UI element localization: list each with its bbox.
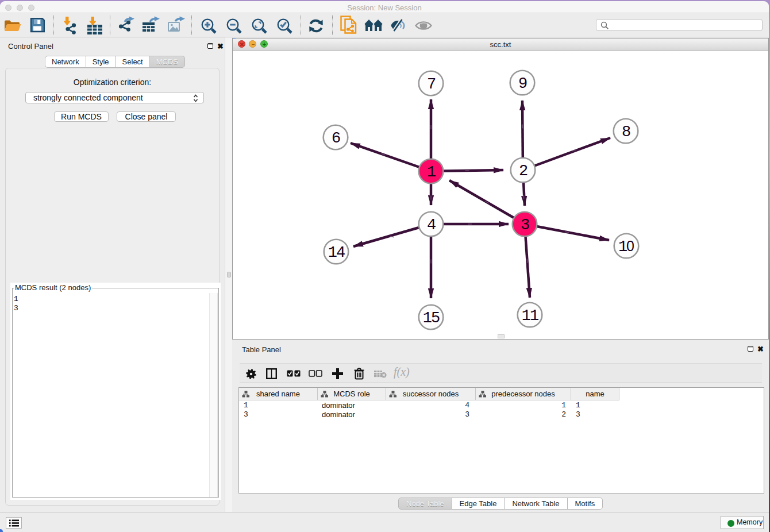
svg-text:7: 7 [427,76,436,93]
svg-text:11: 11 [522,307,538,325]
svg-text:14: 14 [328,244,345,261]
svg-text:8: 8 [622,124,630,141]
svg-text:6: 6 [332,130,340,147]
svg-text:1: 1 [618,238,627,256]
svg-text:4: 4 [427,217,436,234]
svg-text:0: 0 [626,238,634,254]
svg-text:3: 3 [521,217,529,234]
svg-text:1: 1 [427,164,436,181]
svg-text:15: 15 [423,310,440,327]
svg-text:9: 9 [518,75,527,92]
svg-text:2: 2 [519,163,528,180]
